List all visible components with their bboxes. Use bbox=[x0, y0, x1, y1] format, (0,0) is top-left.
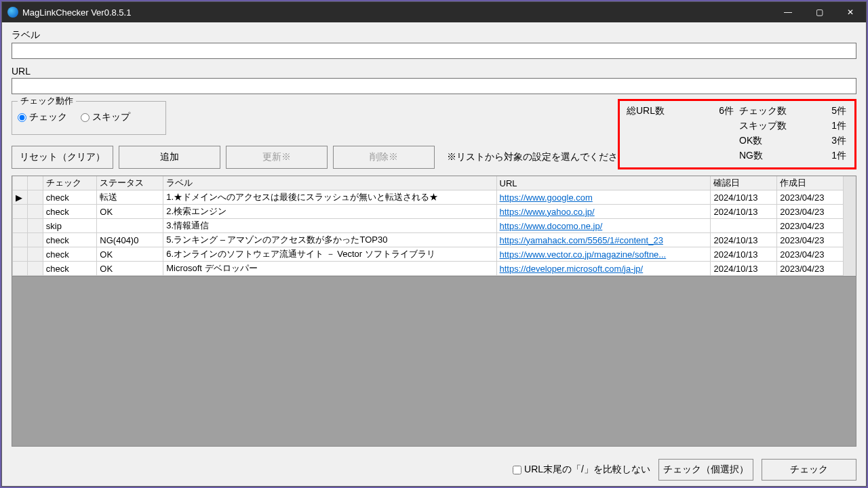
maximize-button[interactable]: ▢ bbox=[804, 2, 835, 22]
cell-check: skip bbox=[43, 219, 97, 233]
row-select-cell[interactable] bbox=[28, 233, 43, 247]
col-url[interactable]: URL bbox=[496, 176, 711, 190]
trailing-slash-checkbox-label[interactable]: URL末尾の「/」を比較しない bbox=[513, 464, 650, 476]
table-row[interactable]: ▶check転送1.★ドメインへのアクセスは最後にスラッシュが無いと転送される★… bbox=[13, 190, 844, 205]
radio-skip-label[interactable]: スキップ bbox=[81, 111, 130, 123]
cell-confirm bbox=[711, 219, 777, 233]
cell-status: OK bbox=[97, 262, 163, 276]
radio-skip[interactable] bbox=[81, 113, 90, 122]
url-link[interactable]: https://www.docomo.ne.jp/ bbox=[500, 221, 603, 231]
col-rowhdr[interactable] bbox=[13, 176, 28, 190]
check-button[interactable]: チェック bbox=[762, 459, 856, 481]
stat-ng-count-label: NG数 bbox=[739, 150, 800, 162]
row-select-cell[interactable] bbox=[28, 205, 43, 219]
delete-button[interactable]: 削除※ bbox=[333, 146, 435, 169]
url-link[interactable]: https://www.yahoo.co.jp/ bbox=[500, 207, 595, 217]
reset-button[interactable]: リセット（クリア） bbox=[12, 146, 113, 169]
cell-label: Microsoft デベロッパー bbox=[163, 262, 496, 276]
cell-confirm: 2024/10/13 bbox=[711, 247, 777, 262]
row-header[interactable]: ▶ bbox=[13, 190, 28, 205]
stat-skip-count-label: スキップ数 bbox=[739, 120, 800, 132]
check-action-legend: チェック動作 bbox=[18, 95, 76, 107]
table-row[interactable]: checkNG(404)05.ランキング – アマゾンのアクセス数が多かったTO… bbox=[13, 233, 844, 247]
stat-check-count-label: チェック数 bbox=[739, 105, 800, 117]
label-input[interactable] bbox=[12, 43, 856, 59]
cell-status: OK bbox=[97, 247, 163, 262]
cell-create: 2023/04/23 bbox=[777, 262, 844, 276]
stat-ng-count-value: 1件 bbox=[806, 150, 846, 162]
stat-check-count-value: 5件 bbox=[806, 105, 846, 117]
window-title: MagLinkChecker Ver0.8.5.1 bbox=[22, 7, 772, 18]
trailing-slash-checkbox[interactable] bbox=[513, 466, 521, 474]
stats-box: 総URL数 6件 チェック数 5件 スキップ数 1件 OK数 3件 NG数 1件 bbox=[618, 99, 856, 169]
label-field-label: ラベル bbox=[12, 29, 856, 41]
update-button[interactable]: 更新※ bbox=[226, 146, 328, 169]
cell-check: check bbox=[43, 205, 97, 219]
close-button[interactable]: ✕ bbox=[835, 2, 866, 22]
table-row[interactable]: checkOKMicrosoft デベロッパーhttps://developer… bbox=[13, 262, 844, 276]
radio-check[interactable] bbox=[18, 113, 26, 122]
row-header[interactable] bbox=[13, 205, 28, 219]
row-header[interactable] bbox=[13, 247, 28, 262]
url-link[interactable]: https://www.google.com bbox=[500, 192, 593, 203]
cell-url: https://developer.microsoft.com/ja-jp/ bbox=[496, 262, 711, 276]
cell-status: NG(404)0 bbox=[97, 233, 163, 247]
col-sel[interactable] bbox=[28, 176, 43, 190]
cell-check: check bbox=[43, 190, 97, 205]
col-check[interactable]: チェック bbox=[43, 176, 97, 190]
cell-confirm: 2024/10/13 bbox=[711, 205, 777, 219]
cell-label: 2.検索エンジン bbox=[163, 205, 496, 219]
col-status[interactable]: ステータス bbox=[97, 176, 163, 190]
row-header[interactable] bbox=[13, 233, 28, 247]
cell-url: https://www.vector.co.jp/magazine/softne… bbox=[496, 247, 711, 262]
table-row[interactable]: checkOK6.オンラインのソフトウェア流通サイト － Vector ソフトラ… bbox=[13, 247, 844, 262]
cell-status: 転送 bbox=[97, 190, 163, 205]
minimize-button[interactable]: — bbox=[772, 2, 804, 22]
cell-confirm: 2024/10/13 bbox=[711, 262, 777, 276]
cell-label: 5.ランキング – アマゾンのアクセス数が多かったTOP30 bbox=[163, 233, 496, 247]
bottom-bar: URL末尾の「/」を比較しない チェック（個選択） チェック bbox=[2, 453, 866, 486]
grid-empty-area bbox=[12, 276, 856, 446]
cell-url: https://www.docomo.ne.jp/ bbox=[496, 219, 711, 233]
cell-status: OK bbox=[97, 205, 163, 219]
url-input[interactable] bbox=[12, 78, 856, 94]
cell-create: 2023/04/23 bbox=[777, 219, 844, 233]
row-select-cell[interactable] bbox=[28, 190, 43, 205]
url-field-label: URL bbox=[12, 66, 856, 77]
cell-create: 2023/04/23 bbox=[777, 233, 844, 247]
cell-status bbox=[97, 219, 163, 233]
stat-ok-count-value: 3件 bbox=[806, 135, 846, 147]
table-row[interactable]: skip3.情報通信https://www.docomo.ne.jp/2023/… bbox=[13, 219, 844, 233]
radio-check-label[interactable]: チェック bbox=[18, 111, 67, 123]
row-select-cell[interactable] bbox=[28, 247, 43, 262]
row-select-cell[interactable] bbox=[28, 219, 43, 233]
url-link[interactable]: https://www.vector.co.jp/magazine/softne… bbox=[500, 249, 667, 260]
cell-check: check bbox=[43, 247, 97, 262]
url-link[interactable]: https://developer.microsoft.com/ja-jp/ bbox=[500, 264, 644, 274]
col-create[interactable]: 作成日 bbox=[777, 176, 844, 190]
cell-create: 2023/04/23 bbox=[777, 247, 844, 262]
titlebar: MagLinkChecker Ver0.8.5.1 — ▢ ✕ bbox=[2, 2, 866, 22]
client-area: ラベル URL チェック動作 チェック スキップ 総UR bbox=[2, 22, 866, 453]
stat-skip-count-value: 1件 bbox=[806, 120, 846, 132]
cell-check: check bbox=[43, 262, 97, 276]
data-grid[interactable]: チェック ステータス ラベル URL 確認日 作成日 ▶check転送1.★ドメ… bbox=[12, 176, 856, 447]
cell-create: 2023/04/23 bbox=[777, 205, 844, 219]
add-button[interactable]: 追加 bbox=[119, 146, 220, 169]
stat-total-url-value: 6件 bbox=[686, 105, 734, 117]
grid-scrollbar[interactable] bbox=[844, 176, 856, 276]
app-window: MagLinkChecker Ver0.8.5.1 — ▢ ✕ ラベル URL … bbox=[1, 1, 867, 487]
check-selected-button[interactable]: チェック（個選択） bbox=[658, 459, 753, 481]
table-row[interactable]: checkOK2.検索エンジンhttps://www.yahoo.co.jp/2… bbox=[13, 205, 844, 219]
url-link[interactable]: https://yamahack.com/5565/1#content_23 bbox=[500, 235, 663, 245]
app-icon bbox=[7, 7, 18, 18]
grid-table[interactable]: チェック ステータス ラベル URL 確認日 作成日 ▶check転送1.★ドメ… bbox=[12, 176, 844, 276]
cell-check: check bbox=[43, 233, 97, 247]
cell-create: 2023/04/23 bbox=[777, 190, 844, 205]
row-header[interactable] bbox=[13, 262, 28, 276]
col-confirm[interactable]: 確認日 bbox=[711, 176, 777, 190]
cell-label: 1.★ドメインへのアクセスは最後にスラッシュが無いと転送される★ bbox=[163, 190, 496, 205]
col-label[interactable]: ラベル bbox=[163, 176, 496, 190]
row-select-cell[interactable] bbox=[28, 262, 43, 276]
row-header[interactable] bbox=[13, 219, 28, 233]
